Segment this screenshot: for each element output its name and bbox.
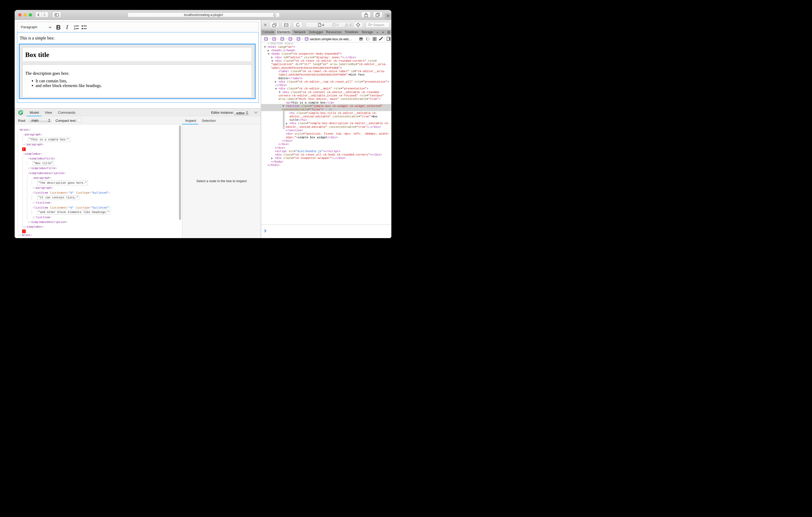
svg-text:5: 5 [22, 110, 23, 112]
svg-text:1: 1 [74, 25, 75, 27]
svg-text:2: 2 [74, 27, 75, 30]
